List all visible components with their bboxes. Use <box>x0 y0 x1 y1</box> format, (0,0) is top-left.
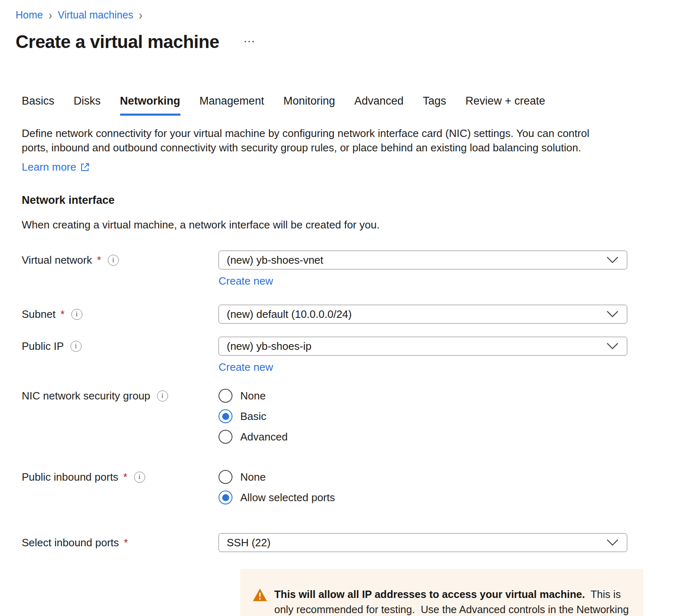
tab-networking[interactable]: Networking <box>120 95 180 116</box>
nic-nsg-option-none[interactable]: None <box>219 386 627 406</box>
warning-triangle-icon <box>253 588 267 603</box>
subnet-value: (new) default (10.0.0.0/24) <box>227 308 352 321</box>
chevron-down-icon <box>606 308 619 321</box>
breadcrumb-separator-icon: › <box>49 8 52 22</box>
select-inbound-ports-value: SSH (22) <box>227 536 271 549</box>
public-ip-label: Public IP <box>22 340 64 353</box>
public-ip-create-new-link[interactable]: Create new <box>219 361 273 374</box>
chevron-down-icon <box>606 340 619 353</box>
radio-button-icon <box>219 389 232 403</box>
tab-advanced[interactable]: Advanced <box>354 95 403 116</box>
radio-option-label: Basic <box>240 410 266 423</box>
more-options-ellipsis-icon[interactable]: … <box>243 36 257 48</box>
info-icon[interactable]: i <box>71 341 82 352</box>
nic-nsg-row: NIC network security group i None Basic … <box>22 386 674 447</box>
public-inbound-ports-label: Public inbound ports <box>22 471 118 484</box>
info-icon[interactable]: i <box>108 255 119 266</box>
tab-management[interactable]: Management <box>200 95 264 116</box>
network-interface-heading: Network interface <box>22 194 674 207</box>
radio-option-label: Allow selected ports <box>240 491 335 504</box>
virtual-network-create-new-link[interactable]: Create new <box>219 275 273 287</box>
nic-nsg-option-advanced[interactable]: Advanced <box>219 427 627 447</box>
virtual-network-row: Virtual network* i (new) yb-shoes-vnet C… <box>22 251 674 287</box>
required-asterisk: * <box>124 536 128 549</box>
select-inbound-ports-row: Select inbound ports* SSH (22) <box>22 533 674 552</box>
info-icon[interactable]: i <box>157 390 168 402</box>
public-inbound-option-none[interactable]: None <box>219 467 627 487</box>
virtual-network-value: (new) yb-shoes-vnet <box>227 254 323 267</box>
tab-basics[interactable]: Basics <box>22 95 55 116</box>
virtual-network-dropdown[interactable]: (new) yb-shoes-vnet <box>219 251 627 269</box>
subnet-row: Subnet* i (new) default (10.0.0.0/24) <box>22 305 674 324</box>
learn-more-label: Learn more <box>22 161 76 173</box>
public-inbound-ports-row: Public inbound ports* i None Allow selec… <box>22 467 674 508</box>
breadcrumb-virtual-machines-link[interactable]: Virtual machines <box>58 9 133 21</box>
radio-option-label: None <box>240 471 266 484</box>
radio-option-label: Advanced <box>240 431 288 443</box>
nic-nsg-radio-group: None Basic Advanced <box>219 386 627 447</box>
warning-message: This will allow all IP addresses to acce… <box>274 587 629 616</box>
public-ip-row: Public IP i (new) yb-shoes-ip Create new <box>22 337 674 374</box>
select-inbound-ports-label: Select inbound ports <box>22 536 119 549</box>
radio-button-selected-icon <box>219 491 232 504</box>
info-icon[interactable]: i <box>134 472 145 483</box>
tab-tags[interactable]: Tags <box>423 95 446 116</box>
nic-nsg-option-basic[interactable]: Basic <box>219 406 627 427</box>
public-inbound-ports-radio-group: None Allow selected ports <box>219 467 627 508</box>
breadcrumb-home-link[interactable]: Home <box>16 9 43 21</box>
tab-review-create[interactable]: Review + create <box>465 95 545 116</box>
public-ip-value: (new) yb-shoes-ip <box>227 340 312 353</box>
required-asterisk: * <box>97 254 101 267</box>
required-asterisk: * <box>60 308 64 321</box>
breadcrumb-separator-icon: › <box>139 8 142 22</box>
radio-button-icon <box>219 430 232 444</box>
info-icon[interactable]: i <box>71 309 82 320</box>
breadcrumb: Home › Virtual machines › <box>16 9 674 21</box>
wizard-tabs: Basics Disks Networking Management Monit… <box>22 95 674 116</box>
public-inbound-option-allow-selected[interactable]: Allow selected ports <box>219 487 627 508</box>
subnet-dropdown[interactable]: (new) default (10.0.0.0/24) <box>219 305 627 324</box>
chevron-down-icon <box>606 536 619 549</box>
public-ip-dropdown[interactable]: (new) yb-shoes-ip <box>219 337 627 356</box>
radio-button-selected-icon <box>219 409 232 423</box>
radio-option-label: None <box>240 390 266 402</box>
external-link-icon <box>80 162 90 172</box>
nic-nsg-label: NIC network security group <box>22 390 150 402</box>
warning-message-bold: This will allow all IP addresses to acce… <box>274 589 585 600</box>
tab-monitoring[interactable]: Monitoring <box>283 95 335 116</box>
chevron-down-icon <box>606 254 619 267</box>
subnet-label: Subnet <box>22 308 55 321</box>
network-interface-subtext: When creating a virtual machine, a netwo… <box>22 219 674 231</box>
page-header: Home › Virtual machines › Create a virtu… <box>0 0 674 52</box>
select-inbound-ports-dropdown[interactable]: SSH (22) <box>219 533 627 552</box>
inbound-ports-warning-banner: This will allow all IP addresses to acce… <box>240 569 643 616</box>
virtual-network-label: Virtual network <box>22 254 92 267</box>
networking-description: Define network connectivity for your vir… <box>22 126 616 155</box>
learn-more-link[interactable]: Learn more <box>22 161 90 173</box>
page-title: Create a virtual machine <box>16 32 219 52</box>
radio-button-icon <box>219 470 232 484</box>
tab-disks[interactable]: Disks <box>74 95 101 116</box>
required-asterisk: * <box>123 471 128 484</box>
